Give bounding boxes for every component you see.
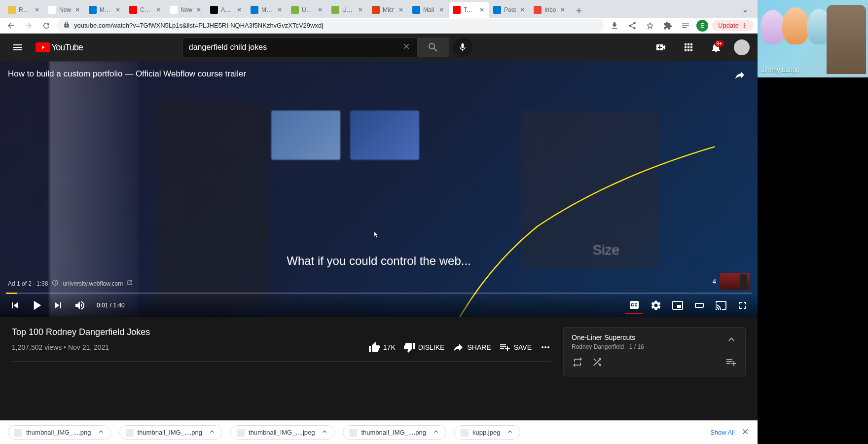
tab-title: Uplo bbox=[302, 6, 314, 13]
like-button[interactable]: 17K bbox=[368, 341, 396, 353]
fullscreen-button[interactable] bbox=[734, 296, 752, 314]
browser-tab[interactable]: My R✕ bbox=[247, 2, 287, 18]
reading-list-icon[interactable] bbox=[679, 19, 692, 33]
close-tab-icon[interactable]: ✕ bbox=[478, 6, 485, 13]
chevron-up-icon[interactable] bbox=[321, 428, 328, 437]
browser-tab[interactable]: Post✕ bbox=[489, 2, 530, 18]
tab-title: Uplo bbox=[342, 6, 354, 13]
browser-tab[interactable]: My R✕ bbox=[85, 2, 125, 18]
video-call-pip-overlay[interactable]: Jimmy Lange bbox=[758, 0, 868, 77]
browser-tab[interactable]: New✕ bbox=[166, 2, 206, 18]
save-button[interactable]: SAVE bbox=[499, 341, 532, 353]
chevron-up-icon[interactable] bbox=[432, 428, 440, 437]
more-actions-button[interactable] bbox=[540, 341, 551, 353]
close-tab-icon[interactable]: ✕ bbox=[236, 6, 243, 13]
close-tab-icon[interactable]: ✕ bbox=[114, 6, 121, 13]
create-button[interactable] bbox=[651, 37, 671, 57]
video-player[interactable]: Size How to build a custom portfolio — O… bbox=[0, 61, 758, 317]
save-playlist-button[interactable] bbox=[725, 356, 737, 370]
back-button[interactable] bbox=[4, 19, 18, 33]
download-filename: kupp.jpeg bbox=[472, 429, 500, 436]
browser-tab-strip: Robi✕New✕My R✕Chan✕New✕Acas✕My R✕Uplo✕Up… bbox=[0, 0, 758, 18]
close-tab-icon[interactable]: ✕ bbox=[559, 6, 566, 13]
lock-icon bbox=[63, 21, 70, 30]
video-controls: 0:01 / 1:40 bbox=[0, 294, 758, 317]
new-tab-button[interactable] bbox=[572, 4, 586, 18]
browser-tab[interactable]: Acas✕ bbox=[206, 2, 247, 18]
close-tab-icon[interactable]: ✕ bbox=[438, 6, 445, 13]
download-item[interactable]: thumbnail_IMG_....jpeg bbox=[230, 425, 335, 440]
browser-tab[interactable]: Top 1✕ bbox=[449, 2, 489, 18]
tab-overflow-button[interactable] bbox=[737, 7, 754, 18]
cast-button[interactable] bbox=[712, 296, 730, 314]
next-video-preview[interactable]: 4 bbox=[713, 273, 750, 290]
dislike-button[interactable]: DISLIKE bbox=[403, 341, 445, 353]
browser-tab[interactable]: Robi✕ bbox=[4, 2, 44, 18]
profile-avatar[interactable]: E bbox=[696, 20, 708, 32]
ad-info-icon[interactable] bbox=[52, 279, 59, 288]
close-tab-icon[interactable]: ✕ bbox=[34, 6, 40, 13]
voice-search-button[interactable] bbox=[453, 37, 472, 57]
show-all-downloads-button[interactable]: Show All bbox=[710, 429, 735, 436]
search-input[interactable]: dangerfield child jokes bbox=[182, 37, 417, 57]
close-tab-icon[interactable]: ✕ bbox=[519, 6, 526, 13]
extensions-icon[interactable] bbox=[661, 19, 675, 33]
download-item[interactable]: thumbnail_IMG_....png bbox=[119, 425, 223, 440]
below-video-section: Top 100 Rodney Dangerfield Jokes 1,207,5… bbox=[0, 317, 758, 386]
loop-playlist-button[interactable] bbox=[572, 356, 583, 370]
chevron-up-icon[interactable] bbox=[208, 428, 216, 437]
mute-button[interactable] bbox=[71, 296, 89, 314]
search-button[interactable] bbox=[417, 37, 449, 57]
download-filename: thumbnail_IMG_....jpeg bbox=[249, 429, 315, 436]
close-tab-icon[interactable]: ✕ bbox=[155, 6, 162, 13]
collapse-playlist-button[interactable] bbox=[725, 333, 737, 347]
address-bar: youtube.com/watch?v=7GfWXN5Lp1s&list=PLJ… bbox=[0, 18, 758, 34]
close-tab-icon[interactable]: ✕ bbox=[74, 6, 81, 13]
close-tab-icon[interactable]: ✕ bbox=[276, 6, 283, 13]
youtube-logo[interactable]: YouTube bbox=[36, 42, 83, 53]
theater-mode-button[interactable] bbox=[690, 296, 708, 314]
browser-tab[interactable]: Mail✕ bbox=[408, 2, 449, 18]
chevron-up-icon[interactable] bbox=[97, 428, 105, 437]
next-button[interactable] bbox=[49, 296, 67, 314]
settings-button[interactable] bbox=[647, 296, 665, 314]
browser-tab[interactable]: Chan✕ bbox=[125, 2, 166, 18]
download-item[interactable]: kupp.jpeg bbox=[454, 425, 520, 440]
install-app-icon[interactable] bbox=[608, 19, 621, 33]
download-item[interactable]: thumbnail_IMG_....png bbox=[8, 425, 111, 440]
close-downloads-shelf-button[interactable] bbox=[741, 427, 750, 438]
previous-button[interactable] bbox=[6, 296, 24, 314]
file-icon bbox=[461, 429, 469, 437]
account-avatar[interactable] bbox=[734, 39, 750, 55]
notifications-button[interactable]: 9+ bbox=[706, 37, 726, 57]
browser-tab[interactable]: Uplo✕ bbox=[327, 2, 368, 18]
close-tab-icon[interactable]: ✕ bbox=[398, 6, 404, 13]
chevron-up-icon[interactable] bbox=[506, 428, 514, 437]
share-icon[interactable] bbox=[625, 19, 639, 33]
omnibox[interactable]: youtube.com/watch?v=7GfWXN5Lp1s&list=PLJ… bbox=[57, 19, 604, 33]
clear-search-icon[interactable] bbox=[402, 42, 411, 53]
play-button[interactable] bbox=[28, 296, 45, 314]
reload-button[interactable] bbox=[39, 19, 53, 33]
share-button[interactable]: SHARE bbox=[452, 341, 491, 353]
hamburger-menu-icon[interactable] bbox=[8, 37, 28, 57]
update-chrome-button[interactable]: Update bbox=[712, 20, 754, 31]
tab-title: My R bbox=[261, 6, 273, 13]
shuffle-playlist-button[interactable] bbox=[591, 356, 603, 370]
close-tab-icon[interactable]: ✕ bbox=[317, 6, 324, 13]
close-tab-icon[interactable]: ✕ bbox=[195, 6, 202, 13]
apps-grid-icon[interactable] bbox=[679, 37, 698, 57]
browser-tab[interactable]: Inbo✕ bbox=[530, 2, 570, 18]
close-tab-icon[interactable]: ✕ bbox=[357, 6, 364, 13]
tab-favicon bbox=[129, 6, 137, 14]
miniplayer-button[interactable] bbox=[669, 296, 687, 314]
browser-tab[interactable]: Uplo✕ bbox=[287, 2, 327, 18]
bookmark-icon[interactable] bbox=[643, 19, 657, 33]
captions-button[interactable] bbox=[625, 296, 643, 314]
browser-tab[interactable]: Micr✕ bbox=[368, 2, 408, 18]
browser-tab[interactable]: New✕ bbox=[44, 2, 85, 18]
video-share-overlay-icon[interactable] bbox=[734, 69, 746, 83]
ad-link[interactable]: university.webflow.com bbox=[63, 280, 123, 287]
forward-button[interactable] bbox=[22, 19, 36, 33]
download-item[interactable]: thumbnail_IMG_....png bbox=[343, 425, 446, 440]
